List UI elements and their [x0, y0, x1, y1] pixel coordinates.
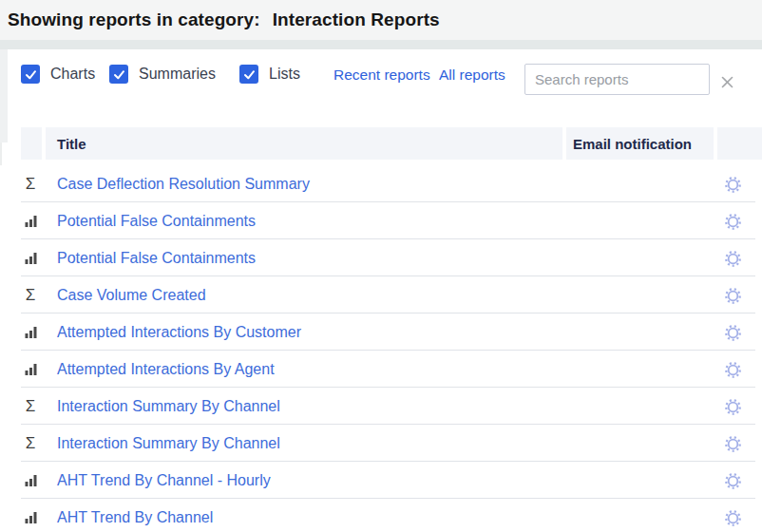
report-type-cell: [21, 351, 40, 388]
column-header-actions: [717, 127, 762, 160]
gear-icon: [724, 287, 742, 305]
reports-browser-panel: Showing reports in category: Interaction…: [0, 0, 762, 532]
recent-reports-link[interactable]: Recent reports: [333, 66, 430, 84]
close-icon[interactable]: [715, 70, 738, 93]
settings-gear-button[interactable]: [723, 286, 742, 305]
report-title-link[interactable]: Potential False Containments: [57, 202, 256, 239]
gear-icon: [724, 472, 742, 490]
report-title-link[interactable]: Case Volume Created: [57, 276, 206, 314]
filter-label: Summaries: [139, 66, 216, 83]
charts-checkbox[interactable]: [21, 65, 40, 84]
table-row: Attempted Interactions By Customer: [0, 314, 762, 351]
settings-gear-button[interactable]: [723, 323, 742, 342]
bar-chart-icon: [25, 474, 37, 486]
gear-icon: [724, 213, 742, 231]
column-header-icon: [21, 127, 42, 160]
report-title-link[interactable]: Attempted Interactions By Agent: [57, 351, 275, 388]
gear-icon: [724, 324, 742, 342]
report-type-cell: Σ: [21, 388, 40, 425]
header-divider: [0, 40, 762, 49]
bar-chart-icon: [25, 363, 37, 375]
gear-icon: [724, 361, 742, 379]
bar-chart-icon: [25, 511, 37, 523]
left-gutter: [0, 49, 8, 142]
category-name: Interaction Reports: [273, 10, 440, 30]
search-input[interactable]: [524, 64, 710, 95]
report-title-link[interactable]: AHT Trend By Channel: [57, 499, 213, 532]
sigma-summary-icon: Σ: [26, 435, 36, 451]
sigma-summary-icon: Σ: [26, 398, 36, 414]
table-row: Attempted Interactions By Agent: [0, 351, 762, 388]
table-row: AHT Trend By Channel: [0, 499, 762, 532]
checkmark-icon: [24, 67, 38, 82]
report-title-link[interactable]: Interaction Summary By Channel: [57, 388, 280, 425]
column-header-email-notification: Email notification: [566, 127, 714, 160]
bar-chart-icon: [25, 252, 37, 264]
report-title-link[interactable]: Case Deflection Resolution Summary: [57, 165, 310, 202]
settings-gear-button[interactable]: [723, 508, 742, 527]
page-header: Showing reports in category: Interaction…: [0, 0, 762, 40]
report-title-link[interactable]: Potential False Containments: [57, 239, 256, 276]
report-title-link[interactable]: Attempted Interactions By Customer: [57, 314, 301, 351]
table-row: AHT Trend By Channel - Hourly: [0, 462, 762, 499]
filter-label: Charts: [50, 66, 95, 83]
sigma-summary-icon: Σ: [26, 287, 36, 303]
report-title-link[interactable]: Interaction Summary By Channel: [57, 425, 280, 462]
report-type-cell: Σ: [21, 165, 40, 202]
settings-gear-button[interactable]: [723, 249, 742, 268]
table-row: ΣInteraction Summary By Channel: [0, 425, 762, 462]
lists-checkbox[interactable]: [239, 65, 258, 84]
table-row: ΣCase Volume Created: [0, 276, 762, 314]
bar-chart-icon: [25, 215, 37, 227]
table-row: ΣCase Deflection Resolution Summary: [0, 165, 762, 202]
report-type-cell: [21, 239, 40, 276]
gear-icon: [724, 176, 742, 194]
table-row: Potential False Containments: [0, 202, 762, 239]
report-type-cell: [21, 202, 40, 239]
page-title: Showing reports in category:: [8, 10, 260, 30]
settings-gear-button[interactable]: [723, 212, 742, 231]
checkmark-icon: [242, 67, 257, 82]
table-row: ΣInteraction Summary By Channel: [0, 388, 762, 425]
filter-lists[interactable]: Lists: [239, 63, 300, 86]
bar-chart-icon: [25, 326, 37, 338]
checkmark-icon: [112, 67, 126, 82]
settings-gear-button[interactable]: [723, 175, 742, 194]
filter-label: Lists: [269, 66, 300, 83]
gear-icon: [724, 250, 742, 268]
settings-gear-button[interactable]: [723, 360, 742, 379]
report-type-cell: Σ: [21, 276, 40, 314]
settings-gear-button[interactable]: [723, 434, 742, 453]
report-type-cell: Σ: [21, 425, 40, 462]
summaries-checkbox[interactable]: [109, 65, 128, 84]
sigma-summary-icon: Σ: [26, 176, 36, 192]
all-reports-link[interactable]: All reports: [439, 66, 505, 84]
report-rows: ΣCase Deflection Resolution SummaryPoten…: [0, 165, 762, 532]
filter-charts[interactable]: Charts: [21, 63, 95, 86]
column-header-title: Title: [46, 127, 562, 160]
report-title-link[interactable]: AHT Trend By Channel - Hourly: [57, 462, 271, 499]
gear-icon: [724, 509, 742, 527]
settings-gear-button[interactable]: [723, 471, 742, 490]
report-type-cell: [21, 462, 40, 499]
settings-gear-button[interactable]: [723, 397, 742, 416]
report-type-cell: [21, 314, 40, 351]
gear-icon: [724, 398, 742, 416]
table-row: Potential False Containments: [0, 239, 762, 276]
gear-icon: [724, 435, 742, 453]
report-type-cell: [21, 499, 40, 532]
filter-summaries[interactable]: Summaries: [109, 63, 216, 86]
